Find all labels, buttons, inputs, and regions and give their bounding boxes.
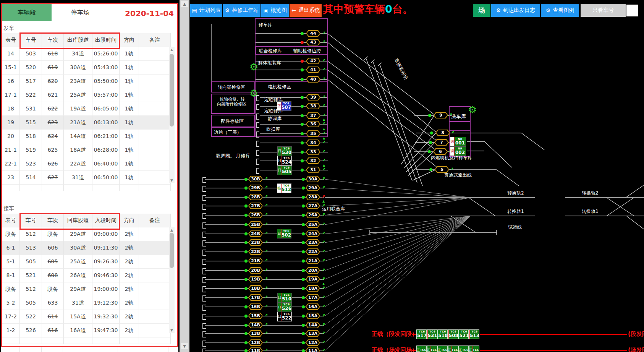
track-label-40[interactable]: 40 xyxy=(306,76,320,83)
track-label-42[interactable]: 42 xyxy=(306,58,320,64)
track-label-32[interactable]: 32 xyxy=(306,157,320,164)
scroll-down-icon[interactable]: ▼ xyxy=(181,343,188,349)
track-label-11B[interactable]: 11B xyxy=(248,347,263,352)
table-row[interactable]: 1853162219A道06:05:001轨 xyxy=(2,102,171,116)
track-label-18A[interactable]: 18A xyxy=(306,285,320,292)
table-row[interactable]: 1450361834道05:26:001轨 xyxy=(2,47,171,61)
track-label-44[interactable]: 44 xyxy=(306,30,320,37)
table-row[interactable]: 17-152262125A道05:57:001轨 xyxy=(2,88,171,102)
track-label-13A[interactable]: 13A xyxy=(306,330,320,337)
gear-alarm-icon[interactable]: ⚙ xyxy=(468,105,477,115)
gear-alarm-icon[interactable]: ⚙ xyxy=(249,62,258,72)
track-label-5[interactable]: 5 xyxy=(435,166,449,173)
toolbar-right-button-3[interactable]: 只看车号 xyxy=(581,4,626,17)
track-label-8[interactable]: 8 xyxy=(435,130,450,136)
track-label-19A[interactable]: 19A xyxy=(306,276,320,282)
track-label-9[interactable]: 9 xyxy=(434,112,448,118)
scroll-down-icon[interactable]: ▼ xyxy=(169,178,175,183)
table-row[interactable]: 段备512段备29A道09:00:002轨 xyxy=(2,227,171,241)
track-label-31[interactable]: 31 xyxy=(306,167,320,173)
train-badge-001[interactable]: 调NR001 xyxy=(450,137,466,146)
train-badge-522[interactable]: 口TC6522 xyxy=(277,312,292,321)
train-badge-x[interactable]: 正TC6 xyxy=(416,346,427,352)
toolbar-right-button-2[interactable]: ⚙查看图例 xyxy=(541,4,579,17)
toolbar-right-button-1[interactable]: ⚙到达出发日志 xyxy=(491,4,540,17)
track-label-17B[interactable]: 17B xyxy=(248,294,263,301)
train-badge-530[interactable]: 日TC6530 xyxy=(277,146,292,156)
train-badge-x[interactable]: 正TC6 xyxy=(458,346,469,352)
table-row[interactable]: 5-250563331道19:12:302轨 xyxy=(2,296,171,310)
track-label-20B[interactable]: 20B xyxy=(248,267,263,274)
train-badge-524[interactable]: HTC6524 xyxy=(277,156,292,165)
track-label-39[interactable]: 39 xyxy=(306,94,320,101)
train-badge-x[interactable]: 正TC6 xyxy=(448,346,458,352)
scrollbar-thumb[interactable] xyxy=(170,233,174,268)
train-badge-508[interactable]: 正TC6508 xyxy=(448,329,458,339)
train-badge-531[interactable]: 正TC6531 xyxy=(427,329,437,339)
train-badge-507[interactable]: 正TC6507 xyxy=(277,101,291,111)
track-label-38[interactable]: 38 xyxy=(306,103,320,109)
train-badge-002[interactable]: 调NR002 xyxy=(450,146,466,156)
scroll-up-icon[interactable]: ▲ xyxy=(181,1,188,7)
track-label-7[interactable]: 7 xyxy=(434,139,449,146)
track-label-6[interactable]: 6 xyxy=(433,148,448,155)
table-row[interactable]: 1-252661616A道19:47:302轨 xyxy=(2,324,171,337)
train-badge-512[interactable]: 临TC6512 xyxy=(277,183,291,193)
gear-alarm-icon[interactable]: ⚙ xyxy=(249,88,258,98)
track-label-21B[interactable]: 21B xyxy=(248,258,263,264)
tab-parking[interactable]: 停车场 xyxy=(52,4,109,21)
track-label-14A[interactable]: 14A xyxy=(306,322,320,328)
track-label-24A[interactable]: 24A xyxy=(306,230,320,237)
train-badge-526[interactable]: HTC6526 xyxy=(277,302,292,312)
table-row[interactable]: 1951562321A道06:13:001轨 xyxy=(2,116,171,130)
track-label-23A[interactable]: 23A xyxy=(306,239,320,246)
track-label-11A[interactable]: 11A xyxy=(306,347,320,352)
train-badge-521[interactable]: 正TC6521 xyxy=(458,329,469,339)
train-badge-510[interactable]: 口TC6510 xyxy=(277,293,292,302)
table-row[interactable]: 5-150560525A道09:26:302轨 xyxy=(2,255,171,269)
train-badge-502[interactable]: 日TC6502 xyxy=(277,229,291,238)
track-label-41[interactable]: 41 xyxy=(306,67,320,73)
toolbar-button-3[interactable]: ←退出系统 xyxy=(290,4,322,17)
tab-depot[interactable]: 车辆段 xyxy=(2,4,52,21)
track-label-24B[interactable]: 24B xyxy=(248,230,263,237)
train-badge-x[interactable]: 正TC6 xyxy=(469,346,479,352)
scroll-up-icon[interactable]: ▲ xyxy=(169,227,175,233)
track-label-12B[interactable]: 12B xyxy=(248,339,263,346)
toolbar-button-0[interactable]: ▤计划列表 xyxy=(190,4,222,17)
train-badge-505[interactable]: 日TC6505 xyxy=(277,165,292,175)
toolbar-right-button-0[interactable]: 场 xyxy=(473,4,490,17)
track-label-16A[interactable]: 16A xyxy=(306,303,320,310)
track-label-20A[interactable]: 20A xyxy=(306,267,320,274)
page-scrollbar[interactable]: ▲ ▼ xyxy=(180,0,189,352)
track-label-15A[interactable]: 15A xyxy=(306,313,320,319)
track-label-13B[interactable]: 13B xyxy=(248,330,263,337)
track-label-26A[interactable]: 26A xyxy=(306,212,320,218)
table-row[interactable]: 15-152061930A道05:43:001轨 xyxy=(2,61,171,75)
track-label-30A[interactable]: 30A xyxy=(306,176,320,182)
track-label-16B[interactable]: 16B xyxy=(248,303,263,310)
track-label-15B[interactable]: 15B xyxy=(248,313,263,319)
track-label-37[interactable]: 37 xyxy=(306,112,320,119)
table-row[interactable]: 17-252261415A道19:32:302轨 xyxy=(2,310,171,324)
track-label-36[interactable]: 36 xyxy=(306,121,320,127)
track-label-17A[interactable]: 17A xyxy=(306,294,320,301)
track-label-19B[interactable]: 19B xyxy=(248,276,263,282)
train-badge-518[interactable]: 正TC6518 xyxy=(437,329,448,339)
track-label-25B[interactable]: 25B xyxy=(248,221,263,228)
train-badge-513[interactable]: 正TC6513 xyxy=(469,329,479,339)
track-label-26B[interactable]: 26B xyxy=(248,212,263,218)
table-scrollbar[interactable]: ▲▼ xyxy=(169,227,175,333)
track-label-43[interactable]: 43 xyxy=(306,39,320,45)
train-badge-x[interactable]: 正TC6 xyxy=(437,346,448,352)
table-row[interactable]: 6-151360630A道09:11:302轨 xyxy=(2,241,171,255)
track-label-28B[interactable]: 28B xyxy=(248,194,263,200)
track-label-21A[interactable]: 21A xyxy=(306,258,320,264)
table-row[interactable]: 段备512段备29A道19:00:002轨 xyxy=(2,282,171,296)
track-label-29A[interactable]: 29A xyxy=(306,185,320,191)
table-row[interactable]: 1651762023A道05:50:001轨 xyxy=(2,75,171,88)
scrollbar-thumb[interactable] xyxy=(170,54,174,127)
scroll-down-icon[interactable]: ▼ xyxy=(169,328,175,333)
track-label-29B[interactable]: 29B xyxy=(248,185,263,191)
train-badge-517[interactable]: 正TC6517 xyxy=(416,329,427,339)
